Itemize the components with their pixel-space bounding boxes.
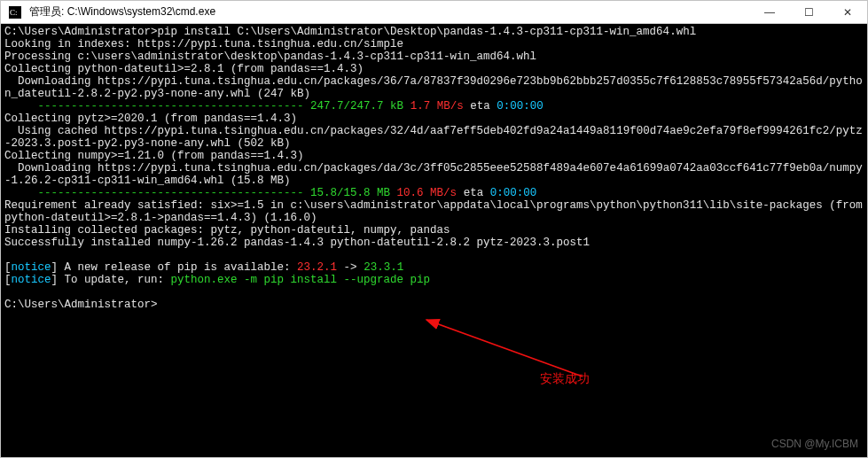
maximize-button[interactable]: ☐ — [789, 1, 828, 23]
upgrade-command: python.exe -m pip install --upgrade pip — [171, 274, 431, 286]
bracket: [ — [4, 261, 12, 274]
eta-label: eta — [464, 187, 484, 199]
notice-text: To update, run: — [58, 274, 171, 286]
version-old: 23.2.1 — [297, 261, 337, 274]
progress-speed: 1.7 MB/s — [411, 100, 464, 113]
progress-speed: 10.6 MB/s — [397, 187, 457, 199]
window-title: 管理员: C:\Windows\system32\cmd.exe — [29, 4, 750, 19]
notice-tag: notice — [12, 274, 51, 286]
minimize-button[interactable]: — — [750, 1, 789, 23]
window-controls: — ☐ ✕ — [750, 1, 867, 23]
eta-value: 0:00:00 — [497, 100, 543, 113]
arrow-text: -> — [337, 261, 364, 274]
output-line: Collecting python-dateutil>=2.8.1 (from … — [4, 63, 364, 75]
progress-size: 247.7/247.7 kB — [310, 100, 403, 113]
prompt: C:\Users\Administrator> — [4, 299, 158, 311]
cmd-icon: C: — [4, 2, 26, 23]
notice-tag: notice — [12, 261, 51, 274]
title-bar[interactable]: C: 管理员: C:\Windows\system32\cmd.exe — ☐ … — [1, 1, 867, 24]
terminal-output[interactable]: C:\Users\Administrator>pip install C:\Us… — [1, 24, 867, 457]
output-line: Downloading https://pypi.tuna.tsinghua.e… — [4, 162, 863, 187]
command-text: pip install C:\Users\Administrator\Deskt… — [158, 26, 697, 38]
output-line: Looking in indexes: https://pypi.tuna.ts… — [4, 38, 403, 50]
output-line: Downloading https://pypi.tuna.tsinghua.e… — [4, 75, 863, 100]
svg-text:C:: C: — [10, 8, 18, 17]
output-line: Requirement already satisfied: six>=1.5 … — [4, 199, 868, 224]
output-line: Using cached https://pypi.tuna.tsinghua.… — [4, 125, 863, 150]
close-button[interactable]: ✕ — [828, 1, 867, 23]
output-line: Successfully installed numpy-1.26.2 pand… — [4, 237, 590, 249]
output-line: Processing c:\users\administrator\deskto… — [4, 50, 536, 63]
bracket: ] — [51, 274, 59, 286]
notice-text: A new release of pip is available: — [58, 261, 297, 274]
eta-value: 0:00:00 — [490, 187, 537, 199]
output-line: Installing collected packages: pytz, pyt… — [4, 224, 450, 237]
output-line: Collecting numpy>=1.21.0 (from pandas==1… — [4, 150, 304, 162]
cmd-window: C: 管理员: C:\Windows\system32\cmd.exe — ☐ … — [0, 0, 868, 458]
version-new: 23.3.1 — [364, 261, 403, 274]
eta-label: eta — [470, 100, 490, 113]
progress-bar: ---------------------------------------- — [4, 100, 310, 113]
progress-size: 15.8/15.8 MB — [310, 187, 390, 199]
bracket: [ — [4, 274, 12, 286]
progress-bar: ---------------------------------------- — [4, 187, 310, 199]
output-line: Collecting pytz>=2020.1 (from pandas==1.… — [4, 113, 297, 125]
bracket: ] — [51, 261, 59, 274]
prompt: C:\Users\Administrator> — [4, 26, 158, 38]
